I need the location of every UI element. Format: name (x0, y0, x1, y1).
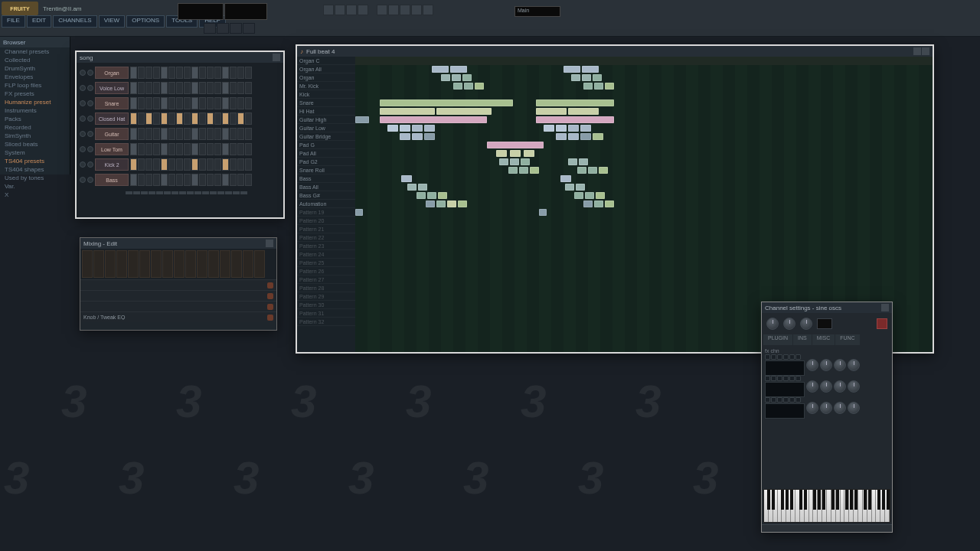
pattern-clip[interactable] (568, 133, 579, 140)
black-key[interactable] (781, 490, 784, 510)
step[interactable] (245, 97, 252, 109)
pattern-clip[interactable] (571, 74, 580, 81)
slot-led[interactable] (267, 293, 273, 299)
channel-solo[interactable] (87, 161, 93, 168)
pattern-clip[interactable] (524, 150, 534, 157)
pattern-clip[interactable] (556, 133, 567, 140)
channel-led[interactable] (80, 116, 86, 122)
osc-shape-led[interactable] (777, 376, 782, 381)
step[interactable] (168, 143, 175, 155)
view-browser-icon[interactable] (411, 5, 422, 15)
step[interactable] (161, 174, 168, 186)
step[interactable] (237, 82, 244, 94)
channel-name[interactable]: Bass (95, 174, 129, 186)
browser-item[interactable]: Envelopes (0, 73, 70, 81)
step[interactable] (230, 97, 237, 109)
step[interactable] (168, 97, 175, 109)
step[interactable] (130, 82, 137, 94)
channel-name[interactable]: Voice Low (95, 82, 129, 94)
step[interactable] (184, 67, 191, 79)
stop-button[interactable] (217, 23, 229, 34)
pattern-clip[interactable] (424, 125, 435, 132)
black-key[interactable] (850, 490, 853, 510)
fx-channel[interactable] (817, 318, 832, 329)
effect-label[interactable] (83, 282, 266, 288)
pattern-clip[interactable] (452, 74, 461, 81)
chset-tab-ins[interactable]: INS (793, 334, 812, 345)
chset-tab-plugin[interactable]: PLUGIN (763, 334, 792, 345)
step[interactable] (214, 143, 221, 155)
playlist-track[interactable]: Pattern 19 (297, 208, 355, 217)
playlist-track[interactable]: Pattern 27 (297, 276, 355, 284)
close-icon[interactable] (266, 240, 273, 247)
playlist-track[interactable]: Pattern 31 (297, 309, 355, 318)
tool-2[interactable] (335, 5, 345, 15)
black-key[interactable] (786, 490, 789, 510)
step[interactable] (199, 143, 206, 155)
step[interactable] (184, 143, 191, 155)
menu-channels[interactable]: CHANNELS (53, 15, 97, 28)
minimize-icon[interactable] (913, 47, 921, 55)
step[interactable] (161, 112, 168, 125)
pattern-clip[interactable] (579, 158, 588, 165)
mixer-strip[interactable] (243, 250, 253, 278)
effect-slot[interactable] (80, 290, 276, 301)
pattern-clip[interactable] (427, 192, 436, 199)
osc-shape-led[interactable] (795, 397, 801, 403)
step[interactable] (222, 128, 229, 140)
channel-solo[interactable] (87, 85, 93, 91)
step[interactable] (184, 174, 191, 186)
osc-knob[interactable] (848, 380, 860, 393)
menu-view[interactable]: VIEW (99, 15, 125, 28)
playlist-track[interactable]: Organ All (297, 65, 355, 73)
mixer-strip[interactable] (174, 250, 185, 278)
channel-led[interactable] (80, 177, 86, 183)
browser-item[interactable]: DrumSynth (0, 64, 70, 73)
step[interactable] (191, 158, 198, 171)
step[interactable] (207, 97, 214, 109)
black-key[interactable] (804, 490, 807, 510)
tool-1[interactable] (323, 5, 334, 15)
step[interactable] (207, 174, 214, 186)
channel-led[interactable] (80, 131, 86, 137)
mixer-strip[interactable] (220, 250, 230, 278)
black-key[interactable] (854, 490, 858, 510)
step[interactable] (199, 158, 206, 171)
piano-scrollbar[interactable] (762, 524, 892, 532)
pattern-clip[interactable] (536, 108, 567, 115)
channel-solo[interactable] (87, 177, 93, 183)
step[interactable] (222, 112, 229, 125)
channel-name[interactable]: Organ (95, 67, 129, 79)
step[interactable] (161, 158, 168, 171)
step[interactable] (245, 82, 252, 94)
step[interactable] (184, 128, 191, 140)
step[interactable] (245, 112, 252, 125)
osc-knob[interactable] (848, 402, 860, 414)
slot-led[interactable] (267, 304, 273, 310)
pattern-clip[interactable] (510, 150, 521, 157)
step[interactable] (191, 174, 198, 186)
step[interactable] (168, 112, 175, 125)
pattern-clip[interactable] (583, 201, 593, 207)
step[interactable] (153, 67, 160, 79)
step[interactable] (214, 174, 221, 186)
osc-knob[interactable] (834, 380, 846, 393)
step[interactable] (161, 143, 168, 155)
pattern-clip[interactable] (418, 184, 427, 191)
step[interactable] (230, 112, 237, 125)
browser-item[interactable]: SimSynth (0, 132, 70, 140)
step[interactable] (230, 82, 237, 94)
pattern-clip[interactable] (487, 142, 544, 148)
pattern-clip[interactable] (438, 192, 447, 199)
step[interactable] (245, 158, 252, 171)
step[interactable] (199, 82, 206, 94)
playlist-track[interactable]: Pattern 23 (297, 242, 355, 250)
step[interactable] (138, 143, 145, 155)
chset-tab-misc[interactable]: MISC (812, 334, 835, 345)
step[interactable] (168, 158, 175, 171)
pattern-clip[interactable] (453, 83, 462, 90)
pattern-clip[interactable] (536, 99, 614, 106)
tool-4[interactable] (358, 5, 368, 15)
pattern-clip[interactable] (441, 74, 450, 81)
step[interactable] (237, 143, 244, 155)
